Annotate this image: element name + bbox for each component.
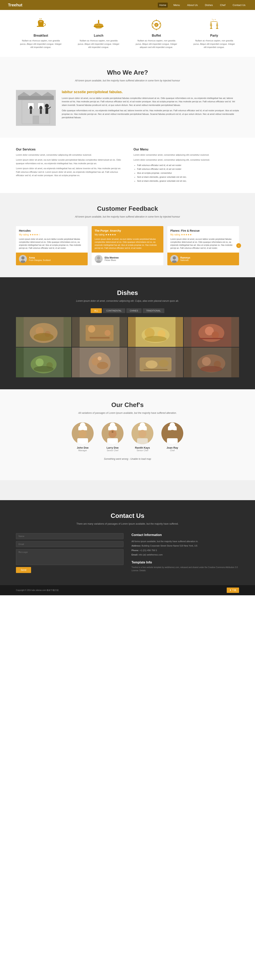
svg-point-104	[169, 423, 175, 428]
nav-contact[interactable]: Contact Us	[231, 3, 247, 8]
avatar-2	[95, 255, 103, 263]
svg-point-100	[139, 430, 147, 438]
svg-rect-30	[40, 110, 42, 114]
chef-name-2: Larry Doe	[102, 446, 124, 449]
svg-point-37	[97, 256, 100, 259]
feedback-section: Customer Feedback All lorem ipsum availa…	[0, 193, 255, 277]
address-value: Building Corporate Street Stone Name 519…	[142, 544, 198, 547]
tab-chines[interactable]: CHINES	[126, 308, 142, 313]
chef-role-2: Senior Chef	[102, 449, 124, 452]
who-image	[16, 90, 56, 126]
nav-about[interactable]: About Us	[185, 3, 199, 8]
chef-card-4: Joan Ray Chef	[161, 422, 183, 452]
email-input[interactable]	[16, 541, 124, 547]
menu-col: Our Menu Lorem dolor consectetur amet, c…	[134, 148, 239, 183]
dishes-tabs: ALL CONTINENTAL CHINES TRADITIONAL	[16, 308, 239, 313]
hero-breakfast: Breakfast Nullam ac rhoncus sapien, non …	[19, 18, 63, 49]
contact-email: Email: info (at) webthemez.com	[131, 553, 239, 557]
svg-point-97	[140, 423, 145, 428]
card-text-2: Lorem ipsum dolor sit amet, ea eum labit…	[95, 238, 160, 250]
svg-point-84	[80, 423, 86, 428]
card-top-1: Hercules My rating ★★★★☆ Lorem ipsum dol…	[16, 226, 88, 253]
chef-card-2: Larry Doe Senior Chef	[102, 422, 124, 452]
svg-rect-33	[45, 108, 48, 114]
chef-avatar-1	[72, 422, 94, 444]
menu-item: Sed ut etam elemedis, graece voluntate e…	[137, 179, 239, 183]
template-info-desc: Treehut is a free website template by we…	[131, 566, 239, 572]
svg-rect-18	[216, 28, 218, 29]
rating-label-3: My rating	[171, 233, 180, 236]
avatar-1	[19, 255, 27, 263]
contact-info-title: Contact Information	[131, 533, 239, 537]
party-icon	[207, 18, 221, 32]
menu-item: Idus at scripta propriae. consectetur	[137, 171, 239, 175]
card-top-3: Planes: Fire & Rescue My rating ★★★★★ Lo…	[167, 226, 239, 253]
nav-dishes[interactable]: Dishes	[203, 3, 214, 8]
tab-traditional[interactable]: TRADITIONAL	[143, 308, 164, 313]
next-arrow[interactable]: ›	[236, 243, 241, 248]
svg-point-32	[45, 104, 49, 108]
submit-button[interactable]: Send	[16, 567, 31, 573]
card-top-2: The Purge: Anarchy My rating ★★★★★ Lorem…	[92, 226, 163, 253]
avatar-info-1: Anna From Glasgow, Scotland	[29, 256, 51, 261]
svg-line-14	[152, 24, 154, 24]
chef-role-4: Chef	[161, 449, 183, 452]
stars-1: ★★★★☆	[29, 233, 40, 236]
svg-point-55	[144, 336, 166, 342]
menu-intro: Lorem dolor consectetur amet, consectetu…	[134, 158, 239, 162]
menu-list: Falli volumus efficiatur sed id, et ad v…	[134, 164, 239, 183]
svg-point-21	[215, 19, 215, 20]
svg-point-93	[112, 431, 113, 433]
avatar-info-3: Rammys Nationals	[180, 256, 190, 261]
chef-avatar-3	[131, 422, 153, 444]
nav-chef[interactable]: Chef	[218, 3, 227, 8]
svg-point-59	[212, 331, 219, 339]
avatar-sub-2: Flicker Blues	[105, 259, 119, 261]
svg-rect-16	[210, 28, 212, 29]
message-input[interactable]	[16, 549, 124, 565]
card-rating-1: My rating ★★★★☆	[19, 233, 84, 236]
download-button[interactable]: ⬇ 下载	[227, 587, 239, 593]
card-text-1: Lorem ipsum dolor sit amet, ea eum labit…	[19, 238, 84, 250]
card-text-3: Lorem ipsum dolor sit amet, ea eum labit…	[171, 238, 236, 250]
svg-rect-106	[167, 438, 178, 444]
chef-role-3: Senior Chef	[131, 449, 153, 452]
tab-all[interactable]: ALL	[91, 308, 102, 313]
dish-7	[128, 347, 183, 377]
navigation: Treehut Home Menu About Us Dishes Chef C…	[0, 0, 255, 10]
tab-continental[interactable]: CONTINENTAL	[103, 308, 125, 313]
feedback-cards: Hercules My rating ★★★★☆ Lorem ipsum dol…	[16, 226, 239, 265]
rating-label-1: My rating	[19, 233, 29, 236]
svg-line-10	[159, 24, 160, 24]
nav-menu[interactable]: Menu	[172, 3, 182, 8]
services-subtitle: Lorem dolor consectetur amet, consectetu…	[16, 153, 121, 157]
svg-rect-92	[107, 438, 118, 444]
lunch-title: Lunch	[77, 34, 121, 37]
svg-rect-15	[211, 26, 212, 28]
dishes-section: Dishes Lorem ipsum dolor sit amet, conse…	[0, 277, 255, 389]
svg-point-29	[39, 106, 42, 110]
lunch-desc: Nullam ac rhoncus sapien, non gravida pu…	[77, 39, 121, 49]
stars-3: ★★★★★	[181, 233, 192, 236]
svg-point-1	[39, 21, 42, 22]
menu-item: Falli volumus efficiatur sed id, et ad v…	[137, 167, 239, 171]
dishes-grid	[16, 317, 239, 377]
svg-point-48	[88, 325, 95, 332]
breakfast-icon	[34, 18, 48, 32]
nav-home[interactable]: Home	[158, 3, 168, 8]
svg-point-65	[33, 366, 54, 372]
address-label: Address:	[131, 544, 141, 547]
spacer	[0, 480, 255, 500]
name-input[interactable]	[16, 533, 124, 539]
svg-point-20	[213, 19, 214, 20]
avatar-name-2: Ella Mentree	[105, 256, 119, 259]
logo: Treehut	[8, 3, 22, 7]
svg-rect-17	[217, 26, 218, 28]
dish-1	[16, 317, 71, 347]
template-info-title: Template Info	[131, 561, 239, 564]
contact-address: Address: Building Corporate Street Stone…	[131, 544, 239, 548]
nav-links: Home Menu About Us Dishes Chef Contact U…	[158, 3, 247, 6]
svg-point-40	[172, 260, 177, 263]
svg-rect-23	[18, 96, 54, 100]
chef-section: Our Chef's All variations of passages of…	[0, 389, 255, 480]
